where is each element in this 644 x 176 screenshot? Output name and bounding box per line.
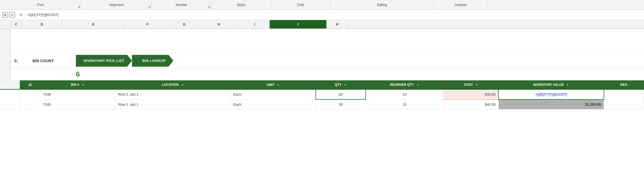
th-reo[interactable]: REO [604,80,644,89]
th-inv-value[interactable]: INVENTORY VALUE ▼ [498,80,604,89]
ribbon-analysis-label: Analysis [455,3,467,7]
th-bin[interactable]: BIN # ▼ [40,80,115,89]
confirm-button[interactable]: ✓ [9,12,15,18]
th-unit[interactable]: UNIT ▼ [230,80,315,89]
ribbon-styles-label: Styles [237,3,246,7]
th-drag: ⊞ [20,80,40,89]
fx-label: fx [17,13,25,17]
formula-buttons: ✕ ✓ [2,12,15,18]
cell-cost-1[interactable]: $30.00 [443,89,498,99]
col-header-j[interactable]: J [270,20,327,29]
number-expand-icon: ⧉ [208,5,210,9]
ribbon-styles-section[interactable]: Styles [211,0,271,10]
data-table: ⊞ BIN # ▼ LOCATION ▼ UNIT ▼ [0,80,644,109]
col-header-k[interactable]: K [327,20,348,29]
cell-reo-2[interactable] [604,99,644,109]
th-cost[interactable]: COST ▼ [443,80,498,89]
location-dropdown-icon[interactable]: ▼ [181,83,184,86]
table-header-row: ⊞ BIN # ▼ LOCATION ▼ UNIT ▼ [0,80,644,89]
data-table-container: ⊞ BIN # ▼ LOCATION ▼ UNIT ▼ [0,80,644,109]
partial-label: S: [11,59,33,63]
col-header-i[interactable]: I [240,20,270,29]
table-row: T345 Row 2, slot 1 Each 20 10 $30.00 =[@… [0,89,644,99]
qty-dropdown-icon[interactable]: ▼ [344,83,347,86]
col-header-h[interactable]: H [198,20,240,29]
col-header-e[interactable]: E [62,20,125,29]
cell-location-1[interactable]: Row 2, slot 1 [115,89,230,99]
ribbon-editing-label: Editing [377,3,387,7]
cell-cost-2[interactable]: $40.00 [443,99,498,109]
th-location[interactable]: LOCATION ▼ [115,80,230,89]
th-reorder-qty[interactable]: REORDER QTY ▼ [366,80,443,89]
row-number-bin-count [0,68,11,80]
cost-dropdown-icon[interactable]: ▼ [475,83,478,86]
column-headers: C D E F G H I J K [0,20,644,29]
inventory-pick-list-button[interactable]: INVENTORY PICK LIST [76,55,132,67]
cell-reo-1[interactable] [604,89,644,99]
ribbon-cells-label: Cells [297,3,304,7]
nav-row: S: BIN COUNT: INVENTORY PICK LIST BIN LO… [0,53,644,68]
cell-reorder-2[interactable]: 15 [366,99,443,109]
cell-qty-1[interactable]: 20 [316,89,366,99]
row-num-2 [0,99,20,109]
nav-buttons: INVENTORY PICK LIST BIN LOOKUP [76,55,173,67]
row-number-header [0,20,11,29]
cell-unit-1[interactable]: Each [230,89,315,99]
cell-invvalue-2[interactable]: $1,200.00 [498,99,604,109]
cell-reorder-1[interactable]: 10 [366,89,443,99]
cell-location-2[interactable]: Row 2, slot 1 [115,99,230,109]
col-header-c[interactable]: C [11,20,22,29]
cell-drag-1 [20,89,40,99]
ribbon-number-section[interactable]: Number ⧉ [152,0,211,10]
bin-count-label: BIN COUNT: [33,59,76,63]
cell-unit-2[interactable]: Each [230,99,315,109]
col-header-d[interactable]: D [22,20,62,29]
formula-input[interactable] [27,13,642,17]
ribbon-editing-section[interactable]: Editing [331,0,434,10]
cell-invvalue-1[interactable]: =[@QTY]*[@COST] [498,89,604,99]
ribbon-number-label: Number [176,3,187,7]
cell-bin-1[interactable]: T345 [40,89,115,99]
row-num-1 [0,89,20,99]
row-number-nav [0,53,11,68]
cell-drag-2 [20,99,40,109]
font-expand-icon: ⧉ [78,5,80,9]
ribbon-alignment-section[interactable]: Alignment ⧉ [81,0,152,10]
ribbon-font-section[interactable]: Font ⧉ [0,0,81,10]
row-numbers-empty [0,29,11,53]
empty-cells [11,29,644,53]
ribbon-font-label: Font [37,3,44,7]
ribbon-alignment-label: Alignment [109,3,124,7]
bin-count-row: 6 [0,68,644,80]
ribbon-analysis-section[interactable]: Analysis [434,0,488,10]
drag-handle-icon: ⊞ [28,83,32,87]
ribbon: Font ⧉ Alignment ⧉ Number ⧉ Styles Cells… [0,0,644,10]
table-row: T345 Row 2, slot 1 Each 30 15 $40.00 $1,… [0,99,644,109]
th-rownum [0,80,20,89]
reorder-dropdown-icon[interactable]: ▼ [416,83,419,86]
cell-qty-2[interactable]: 30 [316,99,366,109]
formula-bar: ✕ ✓ fx [0,10,644,20]
bin-dropdown-icon[interactable]: ▼ [82,83,85,86]
empty-rows-area [0,29,644,53]
col-header-f[interactable]: F [125,20,171,29]
sheet-area: S: BIN COUNT: INVENTORY PICK LIST BIN LO… [0,29,644,109]
col-header-g[interactable]: G [171,20,198,29]
alignment-expand-icon: ⧉ [149,5,150,9]
bin-lookup-button[interactable]: BIN LOOKUP [132,55,173,67]
cancel-button[interactable]: ✕ [2,12,8,18]
th-qty[interactable]: QTY ▼ [316,80,366,89]
bin-count-value: 6 [76,69,80,80]
ribbon-cells-section[interactable]: Cells [271,0,331,10]
cell-bin-2[interactable]: T345 [40,99,115,109]
unit-dropdown-icon[interactable]: ▼ [277,83,279,86]
invvalue-dropdown-icon[interactable]: ▼ [566,83,569,86]
